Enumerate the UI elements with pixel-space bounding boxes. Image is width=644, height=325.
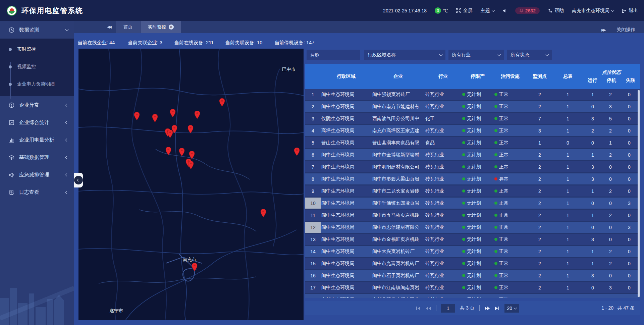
topbar-right: 2021-02-25 17:46:18 0 ℃ 全屏 主题 2632 xyxy=(383,0,638,21)
sidebar-group-基础数据管理[interactable]: 基础数据管理 xyxy=(0,149,74,166)
sidebar-group-应急减排管理[interactable]: 应急减排管理 xyxy=(0,166,74,183)
row-production-status: 无计划 xyxy=(462,222,494,233)
table-row[interactable]: 2阆中生态环境局阆中市南方节能建材有砖瓦行业无计划正常21030 xyxy=(305,101,640,113)
map-pin-icon[interactable] xyxy=(261,209,266,217)
notification-badge[interactable]: 2632 xyxy=(515,7,540,14)
row-offline-count: 0 xyxy=(619,282,640,293)
industry-filter-value: 所有行业 xyxy=(452,52,471,58)
table-row[interactable]: 14阆中生态环境局阆中大兴页岩机砖厂砖瓦行业无计划正常21120 xyxy=(305,246,640,258)
stat-当前停机设备: 当前停机设备: 147 xyxy=(274,40,314,46)
status-filter-select[interactable]: 所有状态 xyxy=(507,50,552,60)
map-pin-icon[interactable] xyxy=(195,111,200,119)
tabs-scroll-left-button[interactable]: ◀◀ xyxy=(102,21,116,33)
map-canvas[interactable]: 巴中市南充市遂宁市 xyxy=(78,49,304,320)
map-pin-icon[interactable] xyxy=(179,148,185,156)
volume-button[interactable] xyxy=(502,8,507,13)
range-summary: 1 - 20 共 47 条 xyxy=(601,305,635,311)
row-halt-count: 0 xyxy=(602,234,619,245)
table-row[interactable]: 11阆中生态环境局阆中市五马桥页岩机砖砖瓦行业无计划正常21120 xyxy=(305,210,640,222)
map-pin-icon[interactable] xyxy=(166,147,171,155)
row-run-count: 3 xyxy=(583,270,602,281)
sidebar-group-企业综合统计[interactable]: 企业综合统计 xyxy=(0,114,74,131)
table-row[interactable]: 9阆中生态环境局阆中市二龙长宝页岩砖砖瓦行业无计划正常21120 xyxy=(305,185,640,198)
page-size-select[interactable]: 20 xyxy=(504,304,520,313)
map-pin-icon[interactable] xyxy=(192,263,198,271)
row-region: 仪陇生态环境局 xyxy=(321,113,372,124)
logout-button[interactable]: 退出 xyxy=(622,8,638,14)
map-pin-icon[interactable] xyxy=(188,125,194,133)
table-row[interactable]: 6阆中生态环境局阆中市金博瑞新型墙材砖瓦行业无计划正常21120 xyxy=(305,149,640,161)
tab-close-icon[interactable]: ✕ xyxy=(169,24,174,30)
first-page-button[interactable] xyxy=(416,306,421,311)
map-pin-icon[interactable] xyxy=(219,98,225,106)
table-row[interactable]: 15阆中生态环境局阆中市光富页岩机砖厂砖瓦行业无计划正常21120 xyxy=(305,258,640,270)
sidebar-group-数据监测[interactable]: 数据监测 xyxy=(0,21,74,39)
chevron-down-icon xyxy=(65,28,69,31)
prev-page-button[interactable] xyxy=(426,306,431,311)
table-scrollbar[interactable] xyxy=(638,90,640,297)
table-row[interactable]: 18南部生态环境局南部县双佛水泥有限公建材行业无计划正常50050 xyxy=(305,294,640,298)
table-row[interactable]: 13阆中生态环境局阆中市金福旺页岩机砖砖瓦行业无计划正常21300 xyxy=(305,234,640,246)
row-company: 阆中市枣碧大梁山页岩 xyxy=(372,173,425,184)
fullscreen-button[interactable]: 全屏 xyxy=(456,8,473,14)
row-run-count: 0 xyxy=(583,137,602,148)
map-pin-icon[interactable] xyxy=(172,125,177,133)
row-offline-count: 3 xyxy=(619,198,640,209)
last-page-button[interactable] xyxy=(495,306,500,311)
map-pin-icon[interactable] xyxy=(188,161,194,169)
close-operations-button[interactable]: 关闭操作 xyxy=(616,27,635,33)
table-row[interactable]: 3仪陇生态环境局西南油气田分公司川中化工无计划正常71350 xyxy=(305,113,640,125)
row-production-status: 无计划 xyxy=(462,173,494,184)
map-pin-icon[interactable] xyxy=(189,151,195,159)
map-pin-icon[interactable] xyxy=(152,114,158,122)
map-pin-icon[interactable] xyxy=(134,112,140,120)
row-run-count: 0 xyxy=(583,101,602,112)
table-row[interactable]: 7阆中生态环境局阆中明阳建材有限公司砖瓦行业无计划正常21300 xyxy=(305,161,640,173)
page-number-input[interactable]: 1 xyxy=(441,304,455,313)
sidebar-collapse-button[interactable] xyxy=(74,173,83,187)
table-row[interactable]: 1阆中生态环境局阆中强锐页岩砖厂砖瓦行业无计划正常21120 xyxy=(305,89,640,101)
row-points: 2 xyxy=(527,185,553,197)
tabs-scroll-right-button[interactable]: ▶▶ xyxy=(601,28,605,32)
table-row[interactable]: 8阆中生态环境局阆中市枣碧大梁山页岩砖瓦行业无计划异常21300 xyxy=(305,173,640,185)
logout-icon xyxy=(622,8,627,13)
table-row[interactable]: 17阆中生态环境局阆中市江南镇阆南页岩砖瓦行业无计划正常21030 xyxy=(305,282,640,294)
sidebar-submenu: 实时监控视频监控企业电力负荷明细 xyxy=(0,39,74,96)
next-page-button[interactable] xyxy=(484,306,490,311)
org-dropdown[interactable]: 南充市生态环境局 xyxy=(572,8,614,14)
row-meter: 1 xyxy=(553,258,583,269)
table-row[interactable]: 5营山生态环境局营山县润丰肉食品有限食品无计划正常10010 xyxy=(305,137,640,149)
row-index: 7 xyxy=(305,161,321,172)
sidebar-item-视频监控[interactable]: 视频监控 xyxy=(0,58,74,75)
table-row[interactable]: 12阆中生态环境局阆中市忠信建材有限公砖瓦行业无计划正常21003 xyxy=(305,222,640,234)
app-root: 环保用电监管系统 2021-02-25 17:46:18 0 ℃ 全屏 主题 2… xyxy=(0,0,644,325)
region-filter-select[interactable]: 行政区域名称 xyxy=(364,50,445,60)
row-company: 阆中千佛镇五郎垭页岩 xyxy=(372,198,425,209)
tab-首页[interactable]: 首页 xyxy=(116,21,140,33)
map-pin-icon[interactable] xyxy=(170,109,176,117)
row-industry: 砖瓦行业 xyxy=(425,258,462,269)
chevron-down-icon xyxy=(514,306,517,310)
table-row[interactable]: 16阆中生态环境局阆中市石子页岩机砖厂砖瓦行业无计划正常21300 xyxy=(305,270,640,282)
map-pin-icon[interactable] xyxy=(294,148,300,156)
sidebar-item-企业电力负荷明细[interactable]: 企业电力负荷明细 xyxy=(0,75,74,93)
tab-实时监控[interactable]: 实时监控✕ xyxy=(141,21,181,33)
sidebar-group-企业异常[interactable]: 企业异常 xyxy=(0,96,74,114)
status-dot-icon xyxy=(462,189,465,193)
theme-dropdown[interactable]: 主题 xyxy=(481,8,494,14)
table-row[interactable]: 10阆中生态环境局阆中千佛镇五郎垭页岩砖瓦行业无计划正常21003 xyxy=(305,198,640,210)
table-row[interactable]: 4高坪生态环境局南充市高坪区王家店建砖瓦行业无计划正常31220 xyxy=(305,125,640,137)
name-filter-input[interactable] xyxy=(307,50,360,60)
row-meter: 1 xyxy=(553,222,583,233)
tab-bar: ◀◀ 首页实时监控✕ ▶▶ 关闭操作 xyxy=(74,21,644,33)
sidebar-item-实时监控[interactable]: 实时监控 xyxy=(0,41,74,58)
pagination-bar: 1 共 3 页 20 1 - 20 共 47 条 xyxy=(305,301,640,315)
chevron-down-icon xyxy=(611,8,614,12)
industry-filter-select[interactable]: 所有行业 xyxy=(448,50,504,60)
help-button[interactable]: 帮助 xyxy=(548,8,564,14)
status-dot-icon xyxy=(494,274,497,277)
status-dot-icon xyxy=(494,141,497,144)
sidebar-group-日志查看[interactable]: 日志查看 xyxy=(0,183,74,201)
sidebar-group-企业用电量分析[interactable]: 企业用电量分析 xyxy=(0,131,74,149)
row-company: 阆中市二龙长宝页岩砖 xyxy=(372,185,425,197)
